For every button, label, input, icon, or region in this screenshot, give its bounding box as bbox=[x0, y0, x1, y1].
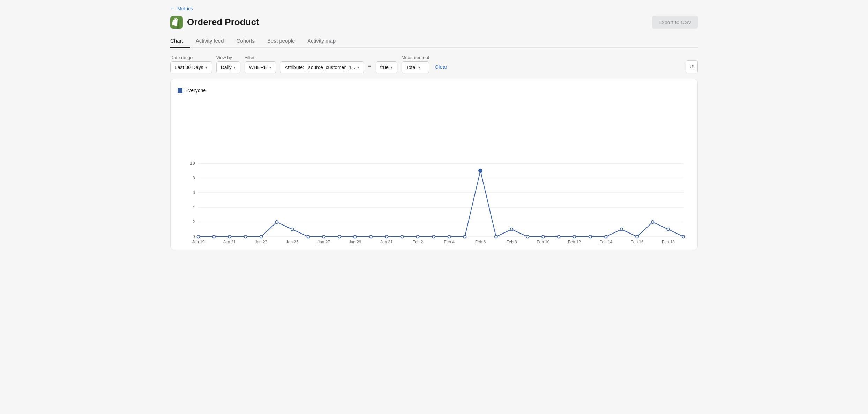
true-spacer bbox=[376, 55, 397, 60]
view-by-value: Daily bbox=[221, 65, 232, 70]
svg-text:4: 4 bbox=[192, 205, 195, 210]
data-point bbox=[369, 235, 372, 238]
svg-text:Feb 14: Feb 14 bbox=[599, 239, 612, 244]
svg-text:Feb 16: Feb 16 bbox=[631, 239, 644, 244]
legend-label: Everyone bbox=[185, 88, 206, 93]
data-point bbox=[620, 228, 623, 231]
tab-activity-feed[interactable]: Activity feed bbox=[196, 34, 231, 48]
attribute-select[interactable]: Attribute: _source_customer_h... ▾ bbox=[280, 61, 364, 73]
svg-text:Jan 27: Jan 27 bbox=[317, 239, 330, 244]
true-chevron-icon: ▾ bbox=[391, 65, 393, 70]
svg-text:Feb 2: Feb 2 bbox=[412, 239, 423, 244]
date-range-chevron-icon: ▾ bbox=[205, 65, 208, 70]
svg-text:Jan 19: Jan 19 bbox=[192, 239, 205, 244]
where-value: WHERE bbox=[249, 65, 267, 70]
svg-text:10: 10 bbox=[190, 161, 195, 166]
data-point bbox=[589, 235, 592, 238]
where-select[interactable]: WHERE ▾ bbox=[245, 61, 276, 73]
data-point bbox=[463, 235, 466, 238]
tab-best-people[interactable]: Best people bbox=[267, 34, 302, 48]
tab-chart[interactable]: Chart bbox=[170, 34, 190, 48]
svg-text:Feb 10: Feb 10 bbox=[537, 239, 549, 244]
attribute-group: Attribute: _source_customer_h... ▾ bbox=[280, 55, 364, 73]
data-point bbox=[448, 235, 451, 238]
tab-cohorts[interactable]: Cohorts bbox=[237, 34, 262, 48]
svg-text:Feb 4: Feb 4 bbox=[444, 239, 455, 244]
chart-line bbox=[199, 171, 684, 237]
measurement-group: Measurement Total ▾ bbox=[402, 55, 429, 73]
data-point bbox=[197, 235, 200, 238]
data-point bbox=[605, 235, 607, 238]
date-range-value: Last 30 Days bbox=[175, 65, 203, 70]
chart-legend: Everyone bbox=[178, 88, 690, 93]
back-link[interactable]: ← Metrics bbox=[170, 6, 193, 12]
data-point bbox=[667, 228, 669, 231]
clear-button[interactable]: Clear bbox=[433, 61, 449, 73]
filter-label: Filter bbox=[245, 55, 276, 60]
measurement-value: Total bbox=[406, 65, 417, 70]
data-point bbox=[385, 235, 388, 238]
data-point bbox=[291, 228, 294, 231]
back-arrow-icon: ← bbox=[170, 6, 175, 12]
true-select[interactable]: true ▾ bbox=[376, 61, 397, 73]
measurement-select[interactable]: Total ▾ bbox=[402, 61, 429, 73]
svg-text:Feb 12: Feb 12 bbox=[568, 239, 581, 244]
attribute-chevron-icon: ▾ bbox=[357, 65, 359, 70]
data-point bbox=[510, 228, 513, 231]
data-point bbox=[526, 235, 529, 238]
svg-text:Feb 18: Feb 18 bbox=[662, 239, 675, 244]
data-point bbox=[558, 235, 560, 238]
data-point bbox=[542, 235, 545, 238]
chart-area: 0 2 4 6 8 10 bbox=[178, 97, 690, 244]
equals-sign: = bbox=[368, 63, 371, 73]
view-by-select[interactable]: Daily ▾ bbox=[216, 61, 240, 73]
data-point bbox=[338, 235, 341, 238]
svg-text:Jan 23: Jan 23 bbox=[255, 239, 267, 244]
data-point bbox=[573, 235, 576, 238]
date-range-group: Date range Last 30 Days ▾ bbox=[170, 55, 212, 73]
tab-activity-map[interactable]: Activity map bbox=[307, 34, 343, 48]
data-point bbox=[228, 235, 231, 238]
measurement-label: Measurement bbox=[402, 55, 429, 60]
date-range-label: Date range bbox=[170, 55, 212, 60]
data-point bbox=[495, 235, 497, 238]
data-point bbox=[682, 235, 685, 238]
back-link-label: Metrics bbox=[177, 6, 193, 12]
tabs-bar: Chart Activity feed Cohorts Best people … bbox=[170, 34, 698, 48]
data-point bbox=[651, 221, 654, 223]
svg-text:Feb 8: Feb 8 bbox=[506, 239, 517, 244]
attribute-value: Attribute: _source_customer_h... bbox=[285, 65, 355, 70]
svg-text:Jan 25: Jan 25 bbox=[286, 239, 299, 244]
svg-text:Feb 6: Feb 6 bbox=[475, 239, 486, 244]
legend-color-swatch bbox=[178, 88, 182, 93]
attribute-spacer bbox=[280, 55, 364, 60]
data-point bbox=[401, 235, 404, 238]
true-value: true bbox=[380, 65, 389, 70]
data-point bbox=[307, 235, 309, 238]
svg-text:2: 2 bbox=[192, 219, 195, 224]
svg-text:0: 0 bbox=[192, 234, 195, 239]
data-point bbox=[636, 235, 638, 238]
view-by-chevron-icon: ▾ bbox=[234, 65, 236, 70]
data-point bbox=[432, 235, 435, 238]
chart-container: Everyone 0 2 4 6 8 10 bbox=[170, 79, 698, 250]
view-by-label: View by bbox=[216, 55, 240, 60]
export-csv-button[interactable]: Export to CSV bbox=[652, 16, 698, 29]
date-range-select[interactable]: Last 30 Days ▾ bbox=[170, 61, 212, 73]
view-by-group: View by Daily ▾ bbox=[216, 55, 240, 73]
data-point bbox=[275, 221, 278, 223]
refresh-button[interactable]: ↺ bbox=[686, 60, 698, 73]
page-title: Ordered Product bbox=[187, 17, 259, 28]
true-value-group: true ▾ bbox=[376, 55, 397, 73]
svg-text:8: 8 bbox=[192, 175, 195, 180]
svg-text:Jan 31: Jan 31 bbox=[380, 239, 393, 244]
title-area: Ordered Product bbox=[170, 16, 259, 29]
filter-where-group: Filter WHERE ▾ bbox=[245, 55, 276, 73]
filters-row: Date range Last 30 Days ▾ View by Daily … bbox=[170, 55, 698, 73]
data-point bbox=[322, 235, 325, 238]
page-header: Ordered Product Export to CSV bbox=[170, 16, 698, 29]
data-point bbox=[260, 235, 262, 238]
data-point bbox=[416, 235, 419, 238]
data-point-peak bbox=[479, 169, 482, 173]
data-point bbox=[354, 235, 357, 238]
